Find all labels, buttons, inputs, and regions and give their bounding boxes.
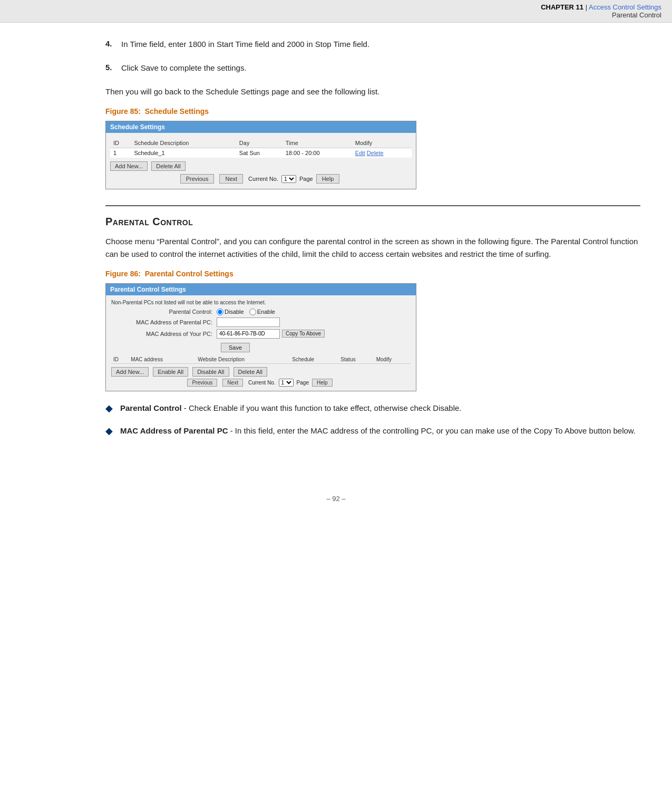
pcs-save-row: Save [111,341,411,352]
col-day: Day [236,138,283,148]
pcs-nav: Previous Next Current No. 1 Page Help [111,379,411,387]
figure-86-label: Figure 86: Parental Control Settings [105,270,640,278]
schedule-buttons: Add New... Delete All [110,161,412,171]
add-new-button[interactable]: Add New... [110,161,148,171]
delete-all-button[interactable]: Delete All [151,161,185,171]
pcs-disable-all-button[interactable]: Disable All [192,367,229,377]
enable-radio[interactable] [249,309,256,315]
screenshot-85-header: Schedule Settings [106,121,416,133]
step-5-text: Click Save to complete the settings. [121,62,247,74]
bullet-item-1: ◆ Parental Control - Check Enable if you… [105,402,640,414]
next-button[interactable]: Next [219,174,243,184]
figure-85-label: Figure 85: Schedule Settings [105,107,640,116]
bullet-desc-2: - In this field, enter the MAC address o… [228,426,636,435]
bullet-item-2: ◆ MAC Address of Parental PC - In this f… [105,425,640,437]
mac-your-input[interactable] [217,329,280,339]
pcs-current-no-label: Current No. [248,380,276,386]
bullet-desc-1: - Check Enable if you want this function… [182,403,462,412]
pcs-col-website: Website Description [196,355,290,364]
help-button[interactable]: Help [316,174,340,184]
col-desc: Schedule Description [131,138,236,148]
pcs-help-button[interactable]: Help [312,379,333,387]
current-no-select[interactable]: 1 [281,175,296,183]
pcs-col-mac: MAC address [129,355,196,364]
pcs-delete-all-button[interactable]: Delete All [233,367,267,377]
para1: Then you will go back to the Schedule Se… [105,85,640,98]
pcs-radio-group: Disable Enable [217,309,275,315]
mac-parental-row: MAC Address of Parental PC: [111,318,411,327]
prev-button[interactable]: Previous [180,174,215,184]
schedule-nav: Previous Next Current No. 1 Page Help [110,174,412,184]
mac-parental-input[interactable] [217,318,280,327]
step-4: 4. In Time field, enter 1800 in Start Ti… [105,39,640,51]
row-id: 1 [110,148,131,158]
pcs-page-label: Page [297,380,309,386]
pcs-body: Non-Parental PCs not listed will not be … [106,295,416,391]
pcs-col-schedule: Schedule [290,355,338,364]
page-number: – 92 – [326,495,345,503]
bullet-term-2: MAC Address of Parental PC [120,426,228,435]
page-label: Page [299,176,313,182]
row-modify: Edit Delete [352,148,412,158]
save-button[interactable]: Save [221,343,250,352]
pcs-buttons: Add New... Enable All Disable All Delete… [111,367,411,377]
section-title: Access Control Settings [589,3,661,11]
step-5-number: 5. [105,62,121,72]
enable-radio-label[interactable]: Enable [249,309,275,315]
screenshot-85-body: ID Schedule Description Day Time Modify … [106,133,416,189]
disable-radio[interactable] [217,309,223,315]
pcs-add-new-button[interactable]: Add New... [111,367,149,377]
delete-link[interactable]: Delete [367,150,384,156]
pcs-control-row: Parental Control: Disable Enable [111,309,411,315]
pcs-warning: Non-Parental PCs not listed will not be … [111,300,411,305]
mac-your-label: MAC Address of Your PC: [111,331,217,337]
figure-85-screenshot: Schedule Settings ID Schedule Descriptio… [105,121,416,189]
parental-control-table: ID MAC address Website Description Sched… [111,355,411,364]
content-area: 4. In Time field, enter 1800 in Start Ti… [0,23,672,468]
mac-parental-label: MAC Address of Parental PC: [111,319,217,325]
bullet-text-2: MAC Address of Parental PC - In this fie… [120,425,636,437]
table-row: 1 Schedule_1 Sat Sun 18:00 - 20:00 Edit … [110,148,412,158]
bullet-term-1: Parental Control [120,403,182,412]
section-divider [105,205,640,206]
pcs-current-no-select[interactable]: 1 [279,379,294,387]
chapter-label: CHAPTER 11 [541,3,583,11]
disable-radio-label[interactable]: Disable [217,309,244,315]
step-4-number: 4. [105,39,121,48]
col-time: Time [283,138,352,148]
col-id: ID [110,138,131,148]
pcs-col-modify: Modify [374,355,411,364]
pcs-prev-button[interactable]: Previous [187,379,217,387]
step-4-text: In Time field, enter 1800 in Start Time … [121,39,369,51]
pcs-enable-all-button[interactable]: Enable All [153,367,188,377]
edit-link[interactable]: Edit [355,150,365,156]
row-desc: Schedule_1 [131,148,236,158]
pcs-col-id: ID [111,355,129,364]
bullet-section: ◆ Parental Control - Check Enable if you… [105,402,640,437]
diamond-icon-2: ◆ [105,425,120,437]
parental-intro: Choose menu “Parental Control”, and you … [105,235,640,260]
col-modify: Modify [352,138,412,148]
pcs-next-button[interactable]: Next [222,379,243,387]
row-day: Sat Sun [236,148,283,158]
schedule-table: ID Schedule Description Day Time Modify … [110,138,412,158]
pcs-header: Parental Control Settings [106,284,416,295]
parental-control-heading: Parental Control [105,216,640,228]
page-header: CHAPTER 11 | Access Control Settings Par… [0,0,672,23]
mac-your-row: MAC Address of Your PC: Copy To Above [111,329,411,339]
bullet-text-1: Parental Control - Check Enable if you w… [120,402,462,414]
diamond-icon-1: ◆ [105,402,120,414]
pcs-col-status: Status [338,355,374,364]
row-time: 18:00 - 20:00 [283,148,352,158]
figure-86-screenshot: Parental Control Settings Non-Parental P… [105,283,416,391]
step-5: 5. Click Save to complete the settings. [105,62,640,74]
current-no-label: Current No. [248,176,278,182]
copy-to-above-button[interactable]: Copy To Above [282,330,325,338]
parental-control-label: Parental Control: [111,309,217,315]
page-footer: – 92 – [0,484,672,513]
sub-section: Parental Control [0,11,661,19]
